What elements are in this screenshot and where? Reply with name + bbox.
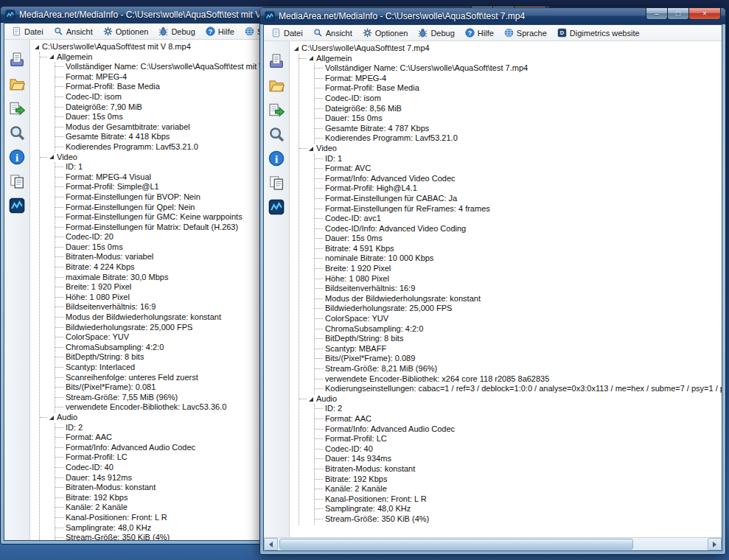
copy-button[interactable] — [7, 172, 27, 191]
tree-item[interactable]: Dauer: 14s 934ms — [315, 454, 722, 464]
menu-item-optionen[interactable]: Optionen — [98, 25, 154, 38]
collapse-triangle-icon[interactable] — [309, 56, 313, 60]
tree-item[interactable]: Format/Info: Advanced Audio Codec — [315, 424, 722, 435]
tree-item[interactable]: Format-Profil: High@L4.1 — [315, 183, 722, 194]
menu-item-ansicht[interactable]: Ansicht — [49, 25, 98, 38]
scrollbar-track[interactable] — [278, 538, 708, 550]
options-button[interactable] — [7, 123, 27, 142]
menu-item-hilfe[interactable]: Hilfe — [200, 25, 240, 38]
tree-item[interactable]: Bitrate: 4 591 Kbps — [315, 244, 722, 254]
tree-item[interactable]: Dauer: 15s 0ms — [315, 113, 722, 124]
export-button[interactable] — [266, 100, 287, 119]
tree-item[interactable]: Codec-ID: avc1 — [315, 214, 722, 224]
analyze-icon — [268, 199, 285, 215]
about-button[interactable] — [7, 147, 27, 167]
tree-item[interactable]: Bildwiederholungsrate: 25,000 FPS — [315, 304, 722, 314]
menu-item-debug[interactable]: Debug — [413, 27, 459, 39]
collapse-triangle-icon[interactable] — [35, 45, 39, 49]
tree-item[interactable]: Kanäle: 2 Kanäle — [315, 484, 722, 494]
scroll-left-button[interactable] — [264, 538, 278, 550]
menu-item-digimetrics-website[interactable]: Digimetrics website — [552, 27, 645, 39]
tree-item[interactable]: Kanal-Positionen: Front: L R — [315, 494, 722, 505]
tree-item[interactable]: Bitrate: 192 Kbps — [315, 475, 722, 485]
close-button[interactable]: × — [688, 8, 721, 20]
tree-item[interactable]: Bits/(Pixel*Frame): 0.089 — [315, 354, 722, 364]
options-button[interactable] — [266, 125, 287, 144]
tree-item[interactable]: Codec-ID: 40 — [315, 444, 722, 455]
tree-item[interactable]: Format: AVC — [315, 164, 722, 174]
tree-item[interactable]: Dateigröße: 8,56 MiB — [315, 104, 722, 114]
menu-item-ansicht[interactable]: Ansicht — [308, 27, 357, 39]
tree-item[interactable]: Format-Profil: LC — [315, 434, 722, 444]
collapse-triangle-icon[interactable] — [294, 46, 299, 51]
collapse-triangle-icon[interactable] — [49, 416, 54, 420]
maximize-button[interactable]: □ — [667, 8, 689, 20]
tree-item[interactable]: ColorSpace: YUV — [315, 314, 722, 324]
tree-item[interactable]: BitDepth/String: 8 bits — [315, 334, 722, 344]
tree-item-label: Gesamte Bitrate: 4 418 Kbps — [66, 132, 170, 141]
tree-item[interactable]: Format: MPEG-4 — [315, 74, 722, 84]
analyze-button[interactable] — [266, 197, 287, 217]
tree-item[interactable]: Bitraten-Modus: konstant — [315, 464, 722, 475]
tree-item[interactable]: Modus der Bildwiederholungsrate: konstan… — [315, 294, 722, 304]
tree-item[interactable]: Format-Profil: Base Media — [315, 83, 722, 94]
menu-item-datei[interactable]: Datei — [7, 25, 49, 38]
tree-item[interactable]: Scantyp: MBAFF — [315, 344, 722, 354]
app-window[interactable]: MediaArea.net/MediaInfo - C:\Users\wolle… — [259, 7, 726, 555]
collapse-triangle-icon[interactable] — [49, 155, 54, 159]
window-titlebar[interactable]: MediaArea.net/MediaInfo - C:\Users\wolle… — [260, 8, 725, 24]
tree-item[interactable]: Format: AAC — [315, 414, 722, 424]
export-button[interactable] — [7, 99, 27, 118]
collapse-triangle-icon[interactable] — [309, 397, 313, 402]
about-button[interactable] — [266, 149, 287, 168]
tree-item[interactable]: ChromaSubsampling: 4:2:0 — [315, 324, 722, 335]
tree-item[interactable]: Bildseitenverhältnis: 16:9 — [315, 284, 722, 294]
menu-item-datei[interactable]: Datei — [266, 27, 308, 39]
tree-item[interactable]: Dauer: 15s 0ms — [315, 234, 722, 244]
tree-item[interactable]: ID: 1 — [315, 154, 722, 164]
open-folder-button[interactable] — [266, 76, 287, 95]
tree-item[interactable]: Codec-ID/Info: Advanced Video Coding — [315, 224, 722, 234]
tree-item[interactable]: ID: 2 — [315, 404, 722, 414]
tree-item[interactable]: Format-Einstellungen für CABAC: Ja — [315, 194, 722, 204]
tree-item[interactable]: Breite: 1 920 Pixel — [315, 264, 722, 274]
menu-item-optionen[interactable]: Optionen — [357, 27, 414, 39]
horizontal-scrollbar[interactable] — [264, 537, 722, 550]
tree-section-video: Video ID: 1 Format: AVC Format/Info: Adv… — [299, 144, 722, 394]
tree-item[interactable]: Höhe: 1 080 Pixel — [315, 274, 722, 284]
open-file-button[interactable] — [7, 50, 27, 69]
tree-item-label: Gesamte Bitrate: 4 787 Kbps — [325, 124, 429, 133]
tree-section-header[interactable]: Video — [299, 144, 722, 154]
tree-item[interactable]: Gesamte Bitrate: 4 787 Kbps — [315, 124, 722, 134]
tree-section-header[interactable]: Allgemein — [299, 54, 722, 64]
tree-item[interactable]: Format/Info: Advanced Video Codec — [315, 174, 722, 184]
tree-item[interactable]: verwendete Encoder-Bibliothek: x264 core… — [315, 374, 722, 385]
tree-item[interactable]: Kodierungseinstellungen: cabac=1 / ref=3… — [315, 384, 722, 394]
open-folder-button[interactable] — [7, 74, 27, 94]
tree-section-header[interactable]: Audio — [299, 394, 722, 405]
tree-item[interactable]: Samplingrate: 48,0 KHz — [315, 504, 722, 514]
scrollbar-thumb[interactable] — [279, 539, 633, 550]
menu-item-hilfe[interactable]: Hilfe — [460, 27, 499, 39]
tree-item[interactable]: Stream-Größe: 8,21 MiB (96%) — [315, 364, 722, 374]
menu-item-debug[interactable]: Debug — [153, 25, 200, 38]
scroll-right-button[interactable] — [708, 538, 722, 550]
tree-item[interactable]: Codec-ID: isom — [315, 94, 722, 104]
tree-item[interactable]: Stream-Größe: 350 KiB (4%) — [315, 514, 722, 525]
collapse-triangle-icon[interactable] — [49, 55, 54, 59]
desktop: { "desktop": {"bg_top": "#16264a", "bg_b… — [0, 0, 729, 560]
tree-item[interactable]: Vollständiger Name: C:\Users\wolle\AquaS… — [315, 63, 722, 74]
collapse-triangle-icon[interactable] — [309, 147, 313, 151]
menu-bar: Datei Ansicht Optionen Debug Hilfe Sprac… — [264, 25, 722, 41]
copy-button[interactable] — [266, 173, 287, 192]
analyze-button[interactable] — [7, 196, 27, 215]
tree-item[interactable]: nominale Bitrate: 10 000 Kbps — [315, 253, 722, 264]
tree-item[interactable]: Kodierendes Programm: Lavf53.21.0 — [315, 133, 722, 144]
open-file-button[interactable] — [266, 52, 287, 71]
minimize-button[interactable]: – — [646, 8, 668, 20]
tree-item[interactable]: Format-Einstellungen für ReFrames: 4 fra… — [315, 204, 722, 214]
tree-item-label: Scantyp: MBAFF — [325, 344, 386, 353]
menu-item-sprache[interactable]: Sprache — [499, 27, 552, 39]
tree-view[interactable]: C:\Users\wolle\AquaSoft\test 7.mp4 Allge… — [290, 41, 722, 537]
tree-root[interactable]: C:\Users\wolle\AquaSoft\test 7.mp4 — [293, 43, 722, 54]
